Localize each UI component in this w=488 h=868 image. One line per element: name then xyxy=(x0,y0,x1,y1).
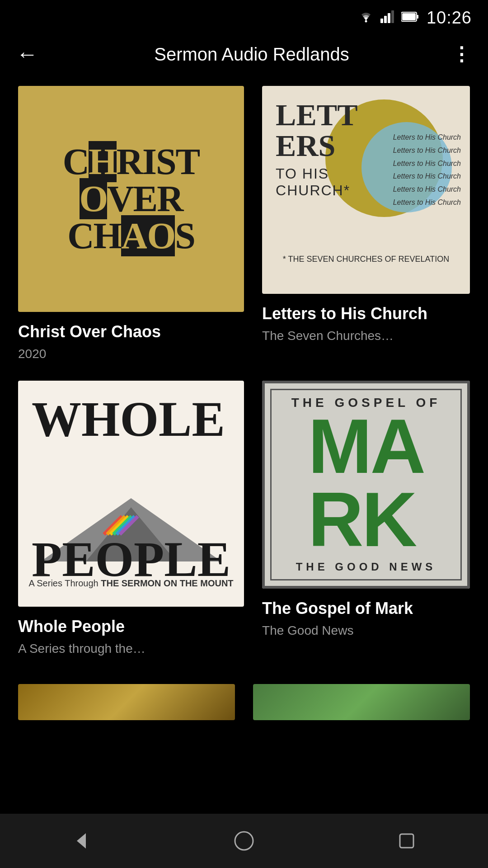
wifi-icon xyxy=(358,10,374,25)
svg-point-0 xyxy=(365,20,367,23)
album-grid-container: CHRIST OVER CHAOS Christ Over Chaos 2020… xyxy=(0,77,488,666)
svg-rect-6 xyxy=(417,15,418,19)
album-title-3: The Gospel of Mark xyxy=(262,599,470,618)
album-title-1: Letters to His Church xyxy=(262,304,470,323)
nav-home-button[interactable] xyxy=(226,823,262,859)
svg-point-17 xyxy=(235,832,253,850)
more-button[interactable]: ⋮ xyxy=(452,45,472,64)
svg-rect-4 xyxy=(391,10,394,23)
thumb-art-whole-people: WHOLE xyxy=(18,381,244,607)
album-card-christ-over-chaos[interactable]: CHRIST OVER CHAOS Christ Over Chaos 2020 xyxy=(18,86,244,363)
bottom-partial-row xyxy=(0,684,488,720)
partial-thumb-2 xyxy=(253,684,470,720)
album-title-0: Christ Over Chaos xyxy=(18,322,244,341)
clock: 10:26 xyxy=(427,8,472,28)
album-subtitle-0: 2020 xyxy=(18,346,244,362)
svg-marker-16 xyxy=(77,833,86,849)
thumb-art-gospel-mark: THE GOSPEL OF MARK THE GOOD NEWS xyxy=(262,381,470,589)
album-thumb-letters: LETTERS TO HISCHURCH* * THE SEVEN CHURCH… xyxy=(262,86,470,294)
album-subtitle-1: The Seven Churches… xyxy=(262,328,470,344)
page-title: Sermon Audio Redlands xyxy=(52,44,452,65)
svg-rect-2 xyxy=(384,16,387,23)
status-bar: 10:26 xyxy=(0,0,488,32)
album-card-whole-people[interactable]: WHOLE xyxy=(18,381,244,657)
thumb-art-christ-chaos: CHRIST OVER CHAOS xyxy=(18,86,244,312)
nav-recents-button[interactable] xyxy=(389,823,425,859)
nav-back-button[interactable] xyxy=(63,823,99,859)
album-subtitle-2: A Series through the… xyxy=(18,641,244,657)
album-title-2: Whole People xyxy=(18,617,244,636)
status-icons xyxy=(358,10,419,25)
partial-thumb-1 xyxy=(18,684,235,720)
bottom-nav xyxy=(0,814,488,868)
album-card-letters-to-his-church[interactable]: LETTERS TO HISCHURCH* * THE SEVEN CHURCH… xyxy=(262,86,470,363)
svg-rect-18 xyxy=(400,834,413,848)
album-grid: CHRIST OVER CHAOS Christ Over Chaos 2020… xyxy=(18,86,470,657)
thumb-art-letters: LETTERS TO HISCHURCH* * THE SEVEN CHURCH… xyxy=(262,86,470,294)
album-thumb-whole-people: WHOLE xyxy=(18,381,244,607)
top-bar: ← Sermon Audio Redlands ⋮ xyxy=(0,32,488,77)
back-button[interactable]: ← xyxy=(16,43,38,65)
svg-rect-1 xyxy=(380,19,383,23)
svg-rect-7 xyxy=(402,13,416,20)
album-subtitle-3: The Good News xyxy=(262,623,470,639)
svg-rect-3 xyxy=(388,13,390,23)
album-thumb-christ-over-chaos: CHRIST OVER CHAOS xyxy=(18,86,244,312)
album-thumb-gospel-mark: THE GOSPEL OF MARK THE GOOD NEWS xyxy=(262,381,470,589)
album-card-gospel-of-mark[interactable]: THE GOSPEL OF MARK THE GOOD NEWS The Gos… xyxy=(262,381,470,657)
battery-icon xyxy=(401,11,419,24)
signal-icon xyxy=(380,10,395,25)
